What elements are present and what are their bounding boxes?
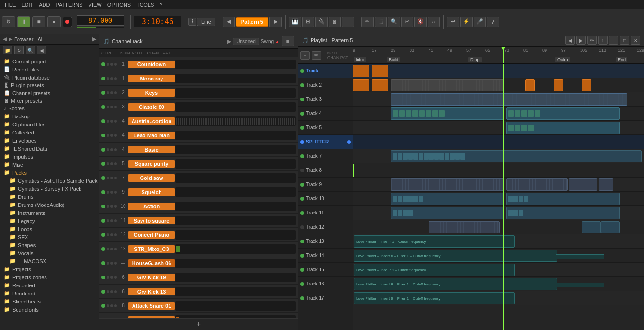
slip-icon[interactable]: ↔ (428, 17, 440, 27)
ch-dot[interactable] (107, 148, 109, 151)
ch-dot[interactable] (114, 290, 117, 293)
ch-pattern-12[interactable] (175, 230, 296, 240)
sidebar-item-legacy[interactable]: 📁 Legacy (0, 217, 99, 225)
track15-led[interactable] (300, 268, 304, 272)
track-block-9d[interactable] (599, 178, 613, 191)
pl-tool-btn[interactable]: ← (300, 51, 310, 60)
ch-led-10[interactable] (101, 205, 105, 208)
ch-name-btn-11[interactable]: Saw to square (128, 217, 175, 224)
ch-dot[interactable] (107, 219, 109, 222)
ch-led-6[interactable] (101, 148, 105, 152)
ch-dot[interactable] (110, 205, 113, 208)
ch-dot[interactable] (114, 177, 117, 179)
playlist-icon[interactable]: ≡ (342, 17, 354, 27)
ch-name-btn-10[interactable]: Action (128, 203, 175, 210)
ch-dot[interactable] (110, 177, 113, 179)
ch-dot[interactable] (114, 262, 117, 265)
ch-dot[interactable] (107, 134, 109, 137)
ch-pattern-18[interactable] (175, 315, 296, 319)
ch-dot[interactable] (110, 248, 113, 250)
menu-patterns[interactable]: PATTERNS (53, 0, 86, 9)
ch-dot[interactable] (110, 262, 113, 265)
pl-navigate-fwd[interactable]: ▶ (576, 36, 586, 45)
ch-pattern-0[interactable] (175, 60, 296, 69)
track10-led[interactable] (300, 197, 304, 201)
curve-icon[interactable]: ⌇ (188, 18, 196, 26)
ch-name-btn-9[interactable]: Squelch (128, 188, 175, 196)
ch-pattern-7[interactable] (175, 159, 296, 169)
track-lane-3[interactable] (353, 92, 644, 107)
track-block-3a[interactable] (391, 93, 627, 106)
sidebar-item-soundfonts[interactable]: 📁 Soundfonts (0, 305, 99, 313)
track-lane-4[interactable] (353, 107, 644, 121)
track-block-12c[interactable] (429, 221, 500, 233)
channel-rack-menu-icon[interactable]: ≡ (282, 36, 294, 46)
ch-led-3[interactable] (101, 105, 105, 109)
ch-name-btn-16[interactable]: Grv Kick 13 (128, 288, 175, 295)
ch-led-14[interactable] (101, 261, 105, 265)
track-block-9c[interactable] (569, 178, 597, 191)
track-block-2b[interactable] (372, 79, 388, 91)
line-button[interactable]: Line (197, 18, 215, 26)
ch-name-btn-12[interactable]: Concert Piano (128, 231, 175, 239)
sidebar-item-projects[interactable]: 📁 Projects (0, 265, 99, 273)
ch-dot[interactable] (114, 248, 117, 250)
pl-maximize[interactable]: □ (620, 36, 629, 45)
track16-led[interactable] (300, 282, 304, 286)
tracks-area[interactable]: Love Philter – Inse..r 1 – Cutoff freque… (353, 64, 644, 330)
ch-dot[interactable] (107, 191, 109, 194)
browser-forward-btn[interactable]: ▶ (9, 36, 12, 42)
ch-name-btn-2[interactable]: Keys (128, 89, 175, 97)
sidebar-item-shared-data[interactable]: 📁 IL Shared Data (0, 144, 99, 152)
step-icon[interactable]: ⊞ (302, 17, 314, 27)
sidebar-item-scores[interactable]: ♪ Scores (0, 105, 99, 112)
track-block-11b[interactable] (506, 207, 620, 219)
ch-dot[interactable] (110, 219, 113, 222)
menu-add[interactable]: ADD (36, 0, 53, 9)
track-block-2e[interactable] (554, 79, 563, 91)
track12-led[interactable] (300, 225, 304, 229)
track-block-11a[interactable] (391, 207, 504, 219)
sidebar-item-plugin-database[interactable]: 🔌 Plugin database (0, 73, 99, 81)
ch-led-11[interactable] (101, 219, 105, 223)
ch-dot[interactable] (114, 162, 117, 165)
splitter-led[interactable] (300, 140, 304, 144)
track5-led[interactable] (300, 126, 304, 130)
sidebar-item-recorded[interactable]: 📁 Recorded (0, 281, 99, 289)
ch-dot[interactable] (114, 276, 117, 279)
ch-dot[interactable] (110, 120, 113, 123)
timeline-ruler[interactable]: 9 17 25 33 41 49 57 65 73 81 89 97 105 1… (353, 47, 644, 64)
ch-dot[interactable] (107, 177, 109, 179)
ch-pattern-13[interactable] (175, 244, 296, 254)
ch-pattern-3[interactable] (175, 102, 296, 112)
track-block-10b[interactable] (506, 193, 620, 205)
track-lane-8[interactable] (353, 163, 644, 178)
sidebar-item-backup[interactable]: 📁 Backup (0, 112, 99, 120)
menu-tools[interactable]: TOOLS (134, 0, 157, 9)
ch-dot[interactable] (114, 148, 117, 151)
track8-led[interactable] (300, 169, 304, 172)
ch-dot[interactable] (114, 134, 117, 137)
menu-options[interactable]: OPTIONS (105, 0, 134, 9)
track-lane-11[interactable] (353, 206, 644, 220)
ch-dot[interactable] (114, 120, 117, 123)
mic-icon[interactable]: 🎤 (474, 17, 486, 27)
ch-dot[interactable] (107, 233, 109, 236)
track4-led[interactable] (300, 112, 304, 116)
ch-dot[interactable] (110, 106, 113, 108)
ch-dot[interactable] (107, 304, 109, 307)
add-folder-icon[interactable]: 📁 (3, 46, 12, 54)
ch-name-btn-7[interactable]: Square purity (128, 160, 175, 168)
sidebar-item-mixer-presets[interactable]: 🎚 Mixer presets (0, 97, 99, 105)
track-block-2d[interactable] (525, 79, 535, 91)
track-lane-9[interactable] (353, 178, 644, 192)
sidebar-item-shapes[interactable]: 📁 Shapes (0, 241, 99, 249)
ch-led-12[interactable] (101, 233, 105, 237)
ch-pattern-2[interactable] (175, 88, 296, 98)
undo-icon[interactable]: ↩ (447, 17, 459, 27)
track-lane-17[interactable]: Love Philter – Insert 9 – Filter 1 – Cut… (353, 291, 644, 305)
ch-dot[interactable] (114, 77, 117, 80)
sidebar-item-macosx[interactable]: 📁 __MACOSX (0, 257, 99, 265)
track-block-12a[interactable] (582, 221, 601, 233)
ch-led-9[interactable] (101, 190, 105, 194)
